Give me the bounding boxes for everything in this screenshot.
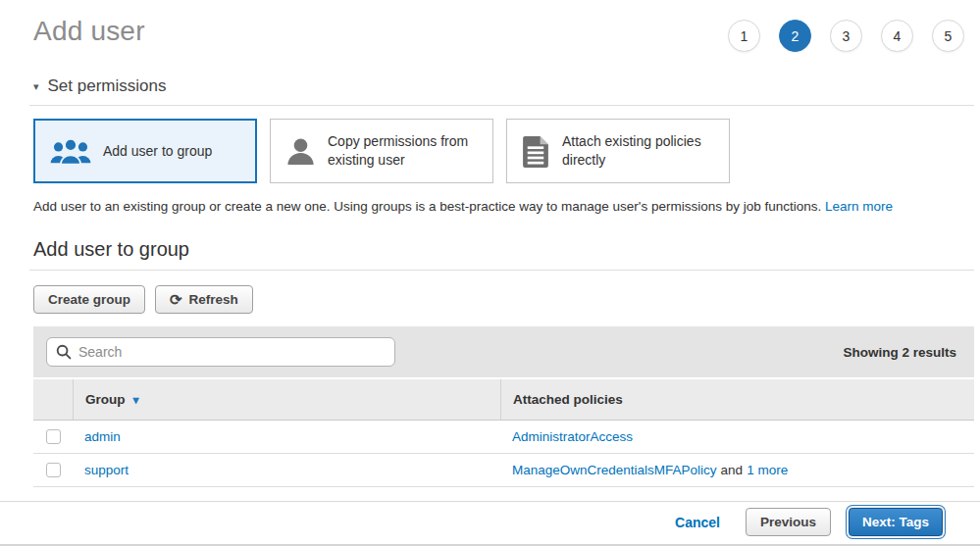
- column-label: Group: [85, 392, 126, 407]
- wizard-footer: Cancel Previous Next: Tags: [0, 501, 980, 546]
- description-text: Add user to an existing group or create …: [33, 199, 821, 214]
- policies-cell: ManageOwnCredentialsMFAPolicyand1 more: [500, 463, 974, 477]
- user-icon: [285, 136, 316, 167]
- button-label: Create group: [48, 292, 130, 307]
- and-text: and: [721, 463, 744, 477]
- previous-button[interactable]: Previous: [746, 508, 831, 536]
- groups-table: Showing 2 results Group ▾ Attached polic…: [33, 326, 974, 487]
- button-label: Refresh: [189, 292, 238, 307]
- checkbox-cell: [33, 429, 73, 444]
- group-cell: admin: [73, 429, 500, 444]
- section-description: Add user to an existing group or create …: [33, 199, 964, 214]
- next-tags-button[interactable]: Next: Tags: [849, 508, 943, 536]
- more-policies-link[interactable]: 1 more: [747, 463, 788, 477]
- button-label: Next: Tags: [862, 515, 929, 529]
- column-header-group[interactable]: Group ▾: [73, 379, 500, 420]
- card-label: Attach existing policies directly: [562, 132, 721, 170]
- search-input[interactable]: [78, 344, 386, 360]
- select-all-column: [33, 379, 73, 420]
- button-label: Previous: [760, 515, 816, 529]
- group-cell: support: [73, 463, 500, 477]
- chevron-down-icon: ▾: [33, 81, 39, 92]
- refresh-icon: ⟳: [170, 292, 182, 307]
- table-header-row: Group ▾ Attached policies: [33, 379, 974, 421]
- step-circle-5: 5: [932, 20, 964, 52]
- step-number: 2: [792, 28, 799, 44]
- policies-cell: AdministratorAccess: [500, 429, 974, 444]
- learn-more-link[interactable]: Learn more: [825, 199, 893, 214]
- step-number: 4: [894, 28, 902, 44]
- table-row: admin AdministratorAccess: [33, 421, 974, 454]
- document-icon: [522, 135, 550, 168]
- step-number: 1: [741, 28, 748, 44]
- table-search-panel: Showing 2 results: [33, 326, 974, 377]
- column-header-attached-policies: Attached policies: [500, 379, 974, 420]
- group-row-checkbox[interactable]: [46, 429, 61, 444]
- add-user-to-group-heading: Add user to group: [33, 238, 964, 261]
- step-circle-4: 4: [881, 20, 913, 52]
- create-group-button[interactable]: Create group: [33, 285, 145, 314]
- group-row-checkbox[interactable]: [46, 463, 61, 477]
- add-user-page: Add user 1 2 3 4 5 ▾ Set permissions: [0, 0, 980, 546]
- divider: [29, 270, 974, 271]
- set-permissions-heading: Set permissions: [48, 76, 167, 96]
- group-name-link[interactable]: admin: [84, 429, 121, 444]
- step-circle-1: 1: [728, 20, 760, 52]
- policy-link[interactable]: ManageOwnCredentialsMFAPolicy: [512, 463, 717, 477]
- set-permissions-collapse-header[interactable]: ▾ Set permissions: [33, 76, 964, 96]
- column-label: Attached policies: [513, 392, 623, 407]
- users-group-icon: [50, 137, 91, 166]
- group-toolbar: Create group ⟳ Refresh: [33, 285, 964, 314]
- table-row: support ManageOwnCredentialsMFAPolicyand…: [33, 454, 974, 487]
- cancel-link[interactable]: Cancel: [675, 515, 720, 530]
- page-header: Add user 1 2 3 4 5: [0, 0, 980, 52]
- card-label: Copy permissions from existing user: [328, 132, 485, 170]
- results-count: Showing 2 results: [843, 345, 961, 360]
- step-circle-2: 2: [779, 20, 811, 52]
- card-copy-permissions[interactable]: Copy permissions from existing user: [270, 119, 493, 183]
- page-title: Add user: [33, 16, 145, 47]
- step-circle-3: 3: [830, 20, 862, 52]
- checkbox-cell: [33, 463, 73, 477]
- divider: [29, 105, 974, 106]
- card-attach-policies[interactable]: Attach existing policies directly: [506, 119, 730, 183]
- search-icon: [56, 344, 72, 360]
- card-label: Add user to group: [103, 142, 212, 161]
- search-box: [46, 337, 395, 367]
- step-number: 5: [945, 28, 953, 44]
- policy-link[interactable]: AdministratorAccess: [512, 429, 633, 444]
- step-number: 3: [843, 28, 851, 44]
- group-name-link[interactable]: support: [84, 463, 129, 477]
- card-add-user-to-group[interactable]: Add user to group: [33, 119, 257, 183]
- refresh-button[interactable]: ⟳ Refresh: [155, 285, 253, 314]
- permission-option-cards: Add user to group Copy permissions from …: [33, 119, 964, 183]
- step-indicator: 1 2 3 4 5: [728, 20, 964, 52]
- sort-desc-icon: ▾: [133, 394, 139, 406]
